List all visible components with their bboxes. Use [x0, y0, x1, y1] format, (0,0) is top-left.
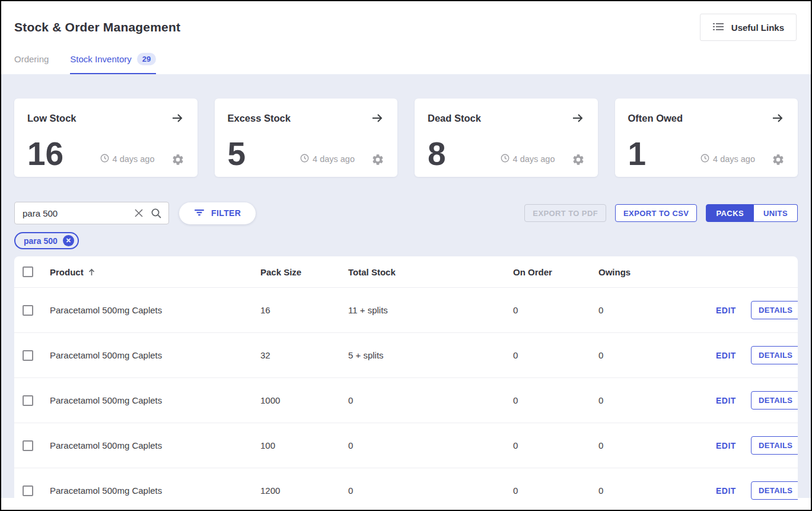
pack-size-cell: 16 [260, 305, 348, 315]
row-checkbox[interactable] [23, 350, 33, 361]
row-checkbox[interactable] [23, 485, 33, 496]
details-button[interactable]: DETAILS [751, 436, 798, 455]
search-box [14, 202, 169, 224]
row-checkbox[interactable] [23, 395, 33, 406]
product-cell: Paracetamol 500mg Caplets [50, 440, 260, 450]
active-filters-row: para 500 ✕ [14, 232, 798, 249]
gear-icon[interactable] [171, 153, 184, 166]
main-content: Low Stock 16 4 days ago Excess Stock [1, 74, 811, 498]
on-order-cell: 0 [513, 305, 598, 315]
packs-units-toggle: PACKS UNITS [706, 204, 798, 222]
product-cell: Paracetamol 500mg Caplets [50, 350, 260, 360]
clock-icon [501, 154, 510, 164]
table-row: Paracetamol 500mg Caplets 32 5 + splits … [14, 332, 798, 377]
stat-card-count: 8 [428, 141, 446, 167]
row-checkbox[interactable] [23, 305, 33, 316]
stat-card-title: Dead Stock [428, 113, 481, 124]
stock-inventory-count-badge: 29 [137, 53, 156, 65]
clear-search-icon[interactable] [134, 208, 144, 218]
search-input[interactable] [23, 208, 127, 218]
total-stock-cell: 0 [348, 440, 513, 450]
details-button[interactable]: DETAILS [751, 301, 798, 319]
row-actions-cell: EDIT DETAILS [716, 346, 798, 364]
stat-card-top: Often Owed [628, 111, 785, 125]
owings-cell: 0 [598, 305, 716, 315]
product-cell: Paracetamol 500mg Caplets [50, 395, 260, 405]
filter-label: FILTER [211, 208, 241, 218]
stat-card-count: 1 [628, 141, 647, 167]
column-header-pack-size[interactable]: Pack Size [260, 267, 348, 277]
gear-icon[interactable] [572, 153, 585, 166]
stat-card-title: Often Owed [628, 113, 683, 124]
updated-label: 4 days ago [313, 154, 355, 164]
edit-button[interactable]: EDIT [716, 396, 736, 405]
stat-card: Often Owed 1 4 days ago [615, 99, 798, 177]
edit-button[interactable]: EDIT [716, 441, 736, 450]
stat-card-title: Low Stock [27, 113, 77, 124]
row-checkbox-cell [14, 305, 50, 316]
tab-ordering[interactable]: Ordering [14, 53, 49, 74]
arrow-forward-icon[interactable] [370, 111, 384, 125]
details-button[interactable]: DETAILS [751, 481, 798, 500]
column-label: Product [50, 267, 84, 277]
updated-label: 4 days ago [513, 154, 555, 164]
edit-button[interactable]: EDIT [716, 306, 736, 315]
list-icon [712, 21, 724, 34]
useful-links-label: Useful Links [731, 23, 784, 33]
stock-table: Product Pack Size Total Stock On Order O… [14, 256, 798, 500]
packs-toggle[interactable]: PACKS [706, 204, 754, 222]
edit-button[interactable]: EDIT [716, 351, 736, 360]
details-button[interactable]: DETAILS [751, 391, 798, 410]
stat-card: Excess Stock 5 4 days ago [215, 99, 398, 177]
select-all-checkbox[interactable] [23, 266, 33, 277]
gear-icon[interactable] [772, 153, 785, 166]
table-row: Paracetamol 500mg Caplets 1000 0 0 0 EDI… [14, 377, 798, 423]
row-actions-cell: EDIT DETAILS [716, 436, 798, 455]
arrow-forward-icon[interactable] [770, 111, 785, 125]
row-actions-cell: EDIT DETAILS [716, 481, 798, 500]
clock-icon [300, 154, 309, 164]
gear-icon[interactable] [371, 153, 384, 166]
stock-order-management-page: Stock & Order Management Useful Links Or… [0, 0, 812, 511]
filter-chip: para 500 ✕ [14, 232, 79, 249]
row-checkbox-cell [14, 395, 50, 406]
clock-icon [700, 154, 709, 164]
export-pdf-button[interactable]: EXPORT TO PDF [524, 204, 606, 222]
stat-card: Dead Stock 8 4 days ago [415, 99, 598, 177]
search-icon[interactable] [151, 208, 162, 219]
edit-button[interactable]: EDIT [716, 486, 736, 496]
owings-cell: 0 [598, 440, 716, 450]
filter-button[interactable]: FILTER [179, 202, 256, 224]
stat-card-top: Excess Stock [228, 111, 385, 125]
useful-links-button[interactable]: Useful Links [700, 14, 797, 41]
stat-card-updated: 4 days ago [501, 154, 555, 164]
table-row: Paracetamol 500mg Caplets 16 11 + splits… [14, 287, 798, 332]
stat-card-count: 5 [228, 141, 246, 167]
page-header: Stock & Order Management Useful Links Or… [1, 1, 811, 74]
stat-card-top: Low Stock [27, 111, 184, 125]
table-row: Paracetamol 500mg Caplets 100 0 0 0 EDIT… [14, 423, 798, 468]
remove-filter-icon[interactable]: ✕ [63, 235, 74, 246]
row-checkbox[interactable] [23, 440, 33, 451]
on-order-cell: 0 [513, 395, 598, 405]
page-title: Stock & Order Management [14, 1, 798, 34]
stat-card-top: Dead Stock [428, 111, 585, 125]
updated-label: 4 days ago [113, 154, 155, 164]
row-checkbox-cell [14, 350, 50, 361]
column-header-on-order[interactable]: On Order [513, 267, 598, 277]
tab-stock-inventory[interactable]: Stock Inventory 29 [70, 53, 156, 74]
tab-label: Ordering [14, 54, 49, 64]
pack-size-cell: 1000 [260, 395, 348, 405]
toolbar: FILTER EXPORT TO PDF EXPORT TO CSV PACKS… [14, 202, 798, 224]
details-button[interactable]: DETAILS [751, 346, 798, 364]
row-actions-cell: EDIT DETAILS [716, 301, 798, 319]
arrow-forward-icon[interactable] [571, 111, 585, 125]
column-header-owings[interactable]: Owings [598, 267, 716, 277]
column-header-product[interactable]: Product [50, 267, 260, 277]
column-header-total-stock[interactable]: Total Stock [348, 267, 513, 277]
export-csv-button[interactable]: EXPORT TO CSV [615, 204, 697, 222]
arrow-forward-icon[interactable] [170, 111, 184, 125]
table-header: Product Pack Size Total Stock On Order O… [14, 256, 798, 287]
table-row: Paracetamol 500mg Caplets 1200 0 0 0 EDI… [14, 468, 798, 500]
units-toggle[interactable]: UNITS [754, 204, 798, 222]
